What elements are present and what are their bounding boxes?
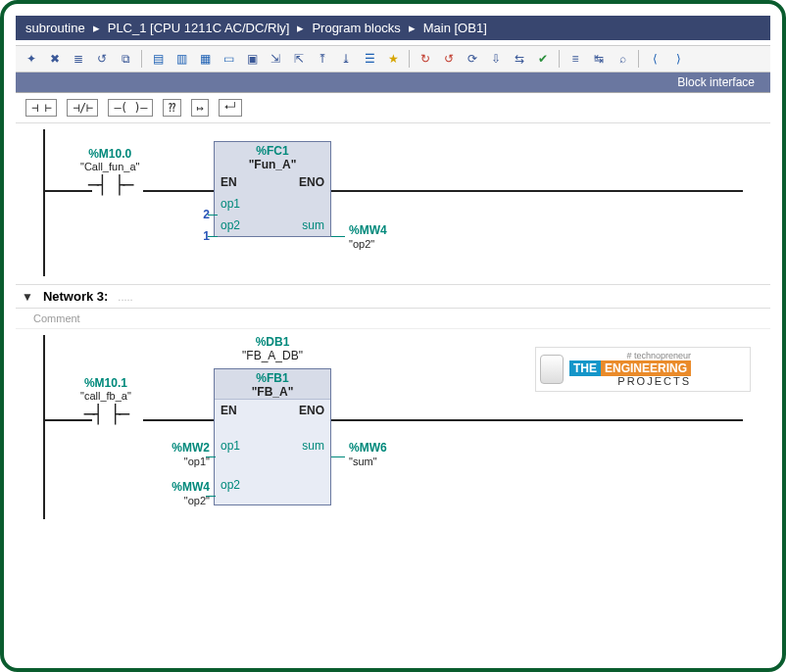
fc1-block[interactable]: %FC1 "Fun_A" ENENO op1 op2 sum [214, 141, 331, 237]
bc-plc[interactable]: PLC_1 [CPU 1211C AC/DC/Rly] [108, 21, 290, 35]
rung-fc1: %M10.0 "Call_fun_a" ─┤ ├─ %FC1 "Fun_A" E… [43, 129, 761, 276]
select1-icon[interactable]: ☰ [360, 49, 379, 69]
scroll-left-icon[interactable]: ⟨ [645, 49, 664, 69]
lad-favorites: ⊣ ⊢ ⊣/⊢ —( )— ⁇ ↦ ⮠ [16, 93, 770, 123]
height-minus-icon[interactable]: ⤓ [336, 49, 356, 69]
go-offline-icon[interactable]: ↺ [439, 49, 459, 69]
download-icon[interactable]: ⇩ [486, 49, 506, 69]
network-3-header[interactable]: ▼ Network 3: ..... [16, 284, 770, 309]
fc1-op2-value[interactable]: 1 [188, 229, 210, 243]
network-upper: %M10.0 "Call_fun_a" ─┤ ├─ %FC1 "Fun_A" E… [16, 123, 770, 276]
contact-call-fb-a[interactable]: %M10.1 "call_fb_a" ─┤ ├─ [80, 376, 131, 424]
fb1-sum-output[interactable]: %MW6 "sum" [349, 441, 387, 468]
fb1-instance-db[interactable]: %DB1 "FB_A_DB" [214, 335, 331, 362]
left-rail [43, 335, 45, 519]
library-icon[interactable]: ⧉ [116, 49, 135, 69]
bc-program-blocks[interactable]: Program blocks [312, 21, 400, 35]
fb1-op1-input[interactable]: %MW2 "op1" [151, 441, 210, 468]
fb1-block[interactable]: %FB1 "FB_A" ENENO op1 sum op2 [214, 368, 331, 505]
go-online-icon[interactable]: ↻ [416, 49, 435, 69]
no-contact-icon: ─┤ ├─ [88, 174, 131, 195]
indent-icon[interactable]: ≡ [565, 49, 585, 69]
empty-box-button[interactable]: ⁇ [163, 99, 181, 117]
coil-button[interactable]: —( )— [108, 99, 153, 117]
no-contact-button[interactable]: ⊣ ⊢ [25, 99, 57, 117]
insert-row-icon[interactable]: ≣ [69, 49, 88, 69]
bc-subroutine[interactable]: subroutine [25, 21, 85, 35]
left-rail [43, 129, 45, 276]
view2-icon[interactable]: ▥ [172, 49, 191, 69]
chevron-icon: ▸ [409, 21, 416, 35]
chevron-icon: ▸ [297, 21, 304, 35]
block-interface-bar[interactable]: Block interface [16, 72, 770, 93]
find-icon[interactable]: ⌕ [613, 49, 632, 69]
editor-toolbar: ✦ ✖ ≣ ↺ ⧉ ▤ ▥ ▦ ▭ ▣ ⇲ ⇱ ⤒ ⤓ ☰ ★ ↻ ↺ ⟳ ⇩ … [16, 46, 770, 72]
contact-call-fun-a[interactable]: %M10.0 "Call_fun_a" ─┤ ├─ [80, 147, 139, 195]
compare-icon[interactable]: ⇆ [510, 49, 529, 69]
fb1-op2-input[interactable]: %MW4 "op2" [151, 480, 210, 507]
rung-fb1: %DB1 "FB_A_DB" %M10.1 "call_fb_a" ─┤ ├─ … [43, 335, 761, 519]
reset-icon[interactable]: ↺ [92, 49, 112, 69]
width-minus-icon[interactable]: ⇱ [289, 49, 309, 69]
no-contact-icon: ─┤ ├─ [84, 404, 127, 424]
fc1-sum-output[interactable]: %MW4 "op2" [349, 223, 387, 251]
network-3: %DB1 "FB_A_DB" %M10.1 "call_fb_a" ─┤ ├─ … [16, 329, 770, 519]
network-3-comment[interactable]: Comment [16, 309, 770, 329]
comment-icon[interactable]: ▭ [219, 49, 238, 69]
collapse-icon[interactable]: ▼ [22, 290, 33, 304]
close-branch-button[interactable]: ⮠ [219, 99, 242, 117]
chevron-icon: ▸ [93, 21, 100, 35]
width-plus-icon[interactable]: ⇲ [266, 49, 285, 69]
outdent-icon[interactable]: ↹ [589, 49, 609, 69]
breadcrumb: subroutine ▸ PLC_1 [CPU 1211C AC/DC/Rly]… [16, 16, 770, 40]
compile-icon[interactable]: ✔ [533, 49, 553, 69]
bc-main-ob1[interactable]: Main [OB1] [423, 21, 487, 35]
view1-icon[interactable]: ▤ [148, 49, 168, 69]
fc1-op1-value[interactable]: 2 [188, 208, 210, 221]
favorite-icon[interactable]: ★ [383, 49, 403, 69]
insert-network-icon[interactable]: ✦ [22, 49, 41, 69]
scroll-right-icon[interactable]: ⟩ [668, 49, 688, 69]
monitor-icon[interactable]: ⟳ [463, 49, 482, 69]
nc-contact-button[interactable]: ⊣/⊢ [67, 99, 98, 117]
height-plus-icon[interactable]: ⤒ [313, 49, 332, 69]
delete-network-icon[interactable]: ✖ [45, 49, 65, 69]
zoom-fit-icon[interactable]: ▣ [242, 49, 262, 69]
open-branch-button[interactable]: ↦ [191, 99, 210, 117]
view3-icon[interactable]: ▦ [195, 49, 215, 69]
